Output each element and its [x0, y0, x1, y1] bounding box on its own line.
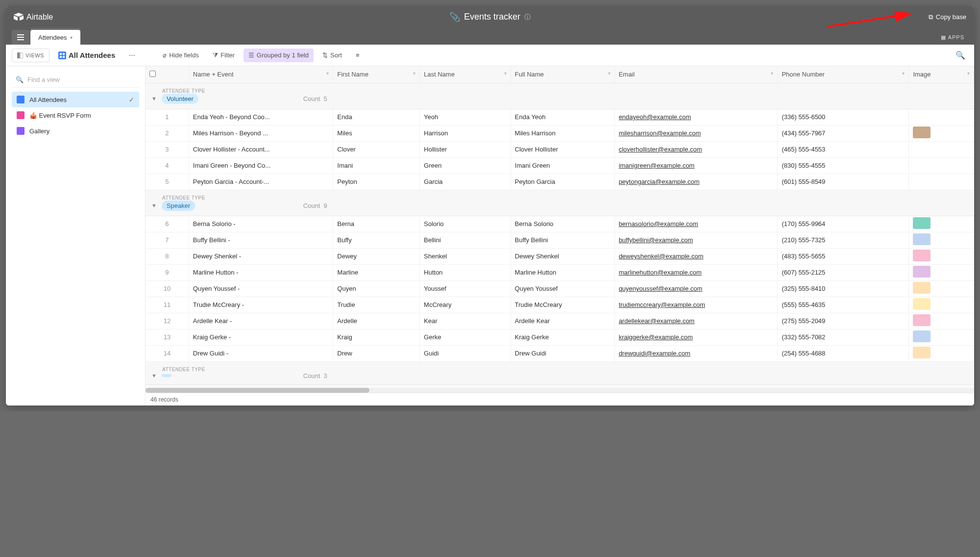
cell-name-event[interactable]: Quyen Youssef - [189, 280, 333, 297]
cell-image[interactable] [909, 329, 974, 345]
cell-email[interactable]: trudiemccreary@example.com [614, 297, 778, 313]
cell-last-name[interactable]: Harrison [420, 125, 511, 141]
cell-full-name[interactable]: Trudie McCreary [511, 297, 614, 313]
cell-name-event[interactable]: Kraig Gerke - [189, 329, 333, 345]
cell-name-event[interactable]: Enda Yeoh - Beyond Coo... [189, 109, 333, 125]
cell-image[interactable] [909, 216, 974, 232]
table-row[interactable]: 8Dewey Shenkel -DeweyShenkelDewey Shenke… [146, 248, 974, 264]
cell-phone[interactable]: (325) 555-8410 [778, 280, 909, 297]
column-options-icon[interactable]: ▾ [902, 71, 905, 76]
cell-full-name[interactable]: Buffy Bellini [511, 232, 614, 248]
search-button[interactable]: 🔍 [953, 48, 968, 63]
cell-email[interactable]: drewguidi@example.com [614, 345, 778, 361]
views-toggle-button[interactable]: VIEWS [12, 49, 49, 62]
cell-phone[interactable]: (434) 555-7967 [778, 125, 909, 141]
column-header[interactable]: Phone Number▾ [778, 66, 909, 83]
cell-email[interactable]: marlinehutton@example.com [614, 264, 778, 280]
cell-phone[interactable]: (170) 555-9964 [778, 216, 909, 232]
cell-name-event[interactable]: Peyton Garcia - Account-... [189, 174, 333, 190]
cell-first-name[interactable]: Berna [333, 216, 420, 232]
select-all-checkbox[interactable] [149, 71, 156, 77]
table-row[interactable]: 11Trudie McCreary -TrudieMcCrearyTrudie … [146, 297, 974, 313]
group-header[interactable]: ATTENDEE TYPE▼SpeakerCount 9 [146, 190, 974, 216]
cell-email[interactable]: milesharrison@example.com [614, 125, 778, 141]
cell-last-name[interactable]: Green [420, 157, 511, 174]
column-header[interactable]: Email▾ [614, 66, 778, 83]
column-options-icon[interactable]: ▾ [771, 71, 773, 76]
image-thumbnail[interactable] [913, 298, 931, 310]
cell-image[interactable] [909, 345, 974, 361]
column-options-icon[interactable]: ▾ [413, 71, 416, 76]
scrollbar-thumb[interactable] [146, 388, 369, 393]
collapse-icon[interactable]: ▼ [151, 96, 157, 101]
cell-email[interactable]: imanigreen@example.com [614, 157, 778, 174]
cell-image[interactable] [909, 157, 974, 174]
cell-last-name[interactable]: Garcia [420, 174, 511, 190]
cell-image[interactable] [909, 174, 974, 190]
cell-full-name[interactable]: Miles Harrison [511, 125, 614, 141]
cell-first-name[interactable]: Imani [333, 157, 420, 174]
cell-full-name[interactable]: Quyen Youssef [511, 280, 614, 297]
cell-full-name[interactable]: Kraig Gerke [511, 329, 614, 345]
grid-scroll[interactable]: Name + Event▾First Name▾Last Name▾Full N… [146, 66, 974, 393]
sort-button[interactable]: ⇅ Sort [318, 49, 347, 62]
cell-full-name[interactable]: Berna Solorio [511, 216, 614, 232]
sidebar-view-grid[interactable]: All Attendees✓ [12, 92, 139, 107]
cell-first-name[interactable]: Enda [333, 109, 420, 125]
filter-button[interactable]: ⧩ Filter [208, 49, 240, 62]
cell-full-name[interactable]: Marline Hutton [511, 264, 614, 280]
cell-name-event[interactable]: Buffy Bellini - [189, 232, 333, 248]
cell-full-name[interactable]: Dewey Shenkel [511, 248, 614, 264]
hide-fields-button[interactable]: ⌀ Hide fields [158, 49, 204, 62]
column-options-icon[interactable]: ▾ [608, 71, 611, 76]
table-row[interactable]: 10Quyen Youssef -QuyenYoussefQuyen Youss… [146, 280, 974, 297]
table-row[interactable]: 14Drew Guidi -DrewGuidiDrew Guididrewgui… [146, 345, 974, 361]
cell-image[interactable] [909, 125, 974, 141]
cell-last-name[interactable]: Gerke [420, 329, 511, 345]
cell-full-name[interactable]: Peyton Garcia [511, 174, 614, 190]
table-row[interactable]: 7Buffy Bellini -BuffyBelliniBuffy Bellin… [146, 232, 974, 248]
cell-phone[interactable]: (336) 555-6500 [778, 109, 909, 125]
cell-first-name[interactable]: Marline [333, 264, 420, 280]
table-row[interactable]: 13Kraig Gerke -KraigGerkeKraig Gerkekrai… [146, 329, 974, 345]
row-height-button[interactable]: ≡ [351, 49, 365, 62]
group-header[interactable]: ATTENDEE TYPE▼VolunteerCount 5 [146, 83, 974, 109]
cell-name-event[interactable]: Trudie McCreary - [189, 297, 333, 313]
image-thumbnail[interactable] [913, 282, 931, 294]
table-row[interactable]: 6Berna Solorio -BernaSolorioBerna Solori… [146, 216, 974, 232]
cell-full-name[interactable]: Drew Guidi [511, 345, 614, 361]
cell-name-event[interactable]: Marline Hutton - [189, 264, 333, 280]
cell-last-name[interactable]: Kear [420, 313, 511, 329]
cell-phone[interactable]: (607) 555-2125 [778, 264, 909, 280]
cell-name-event[interactable]: Drew Guidi - [189, 345, 333, 361]
cell-name-event[interactable]: Berna Solorio - [189, 216, 333, 232]
table-row[interactable]: 4Imani Green - Beyond Co...ImaniGreenIma… [146, 157, 974, 174]
cell-email[interactable]: cloverhollister@example.com [614, 141, 778, 157]
image-thumbnail[interactable] [913, 233, 931, 245]
image-thumbnail[interactable] [913, 127, 931, 138]
column-header[interactable]: Image▾ [909, 66, 974, 83]
cell-image[interactable] [909, 141, 974, 157]
sidebar-view-form[interactable]: 🎪 Event RSVP Form [12, 107, 139, 123]
collapse-icon[interactable]: ▼ [151, 203, 157, 208]
table-row[interactable]: 2Miles Harrison - Beyond ...MilesHarriso… [146, 125, 974, 141]
cell-email[interactable]: kraiggerke@example.com [614, 329, 778, 345]
find-view-input[interactable]: 🔍 Find a view [12, 72, 139, 88]
cell-image[interactable] [909, 313, 974, 329]
image-thumbnail[interactable] [913, 330, 931, 342]
table-row[interactable]: 12Ardelle Kear -ArdelleKearArdelle Keara… [146, 313, 974, 329]
cell-phone[interactable]: (555) 555-4635 [778, 297, 909, 313]
cell-phone[interactable]: (465) 555-4553 [778, 141, 909, 157]
cell-email[interactable]: quyenyoussef@example.com [614, 280, 778, 297]
column-header[interactable]: First Name▾ [333, 66, 420, 83]
cell-first-name[interactable]: Dewey [333, 248, 420, 264]
cell-last-name[interactable]: Bellini [420, 232, 511, 248]
column-options-icon[interactable]: ▾ [967, 71, 970, 76]
cell-first-name[interactable]: Drew [333, 345, 420, 361]
cell-first-name[interactable]: Quyen [333, 280, 420, 297]
cell-image[interactable] [909, 109, 974, 125]
column-options-icon[interactable]: ▾ [504, 71, 507, 76]
group-button[interactable]: ☰ Grouped by 1 field [244, 49, 314, 62]
cell-first-name[interactable]: Buffy [333, 232, 420, 248]
apps-button[interactable]: ▦ APPS [937, 30, 968, 45]
